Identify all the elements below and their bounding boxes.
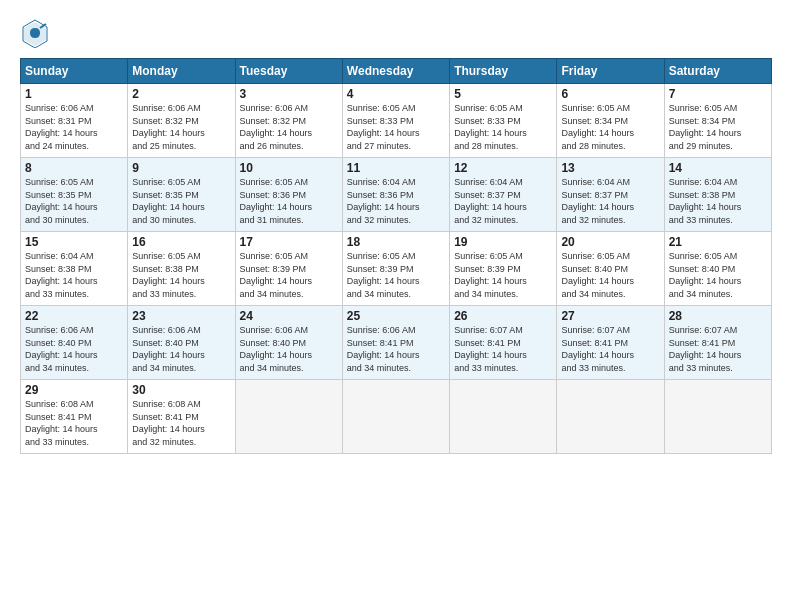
- day-info: Sunrise: 6:06 AM Sunset: 8:41 PM Dayligh…: [347, 324, 445, 374]
- day-cell: 27Sunrise: 6:07 AM Sunset: 8:41 PM Dayli…: [557, 306, 664, 380]
- day-number: 20: [561, 235, 659, 249]
- day-number: 16: [132, 235, 230, 249]
- calendar-table: SundayMondayTuesdayWednesdayThursdayFrid…: [20, 58, 772, 454]
- day-info: Sunrise: 6:07 AM Sunset: 8:41 PM Dayligh…: [669, 324, 767, 374]
- day-number: 3: [240, 87, 338, 101]
- day-cell: [557, 380, 664, 454]
- day-info: Sunrise: 6:05 AM Sunset: 8:39 PM Dayligh…: [347, 250, 445, 300]
- day-number: 5: [454, 87, 552, 101]
- day-cell: 24Sunrise: 6:06 AM Sunset: 8:40 PM Dayli…: [235, 306, 342, 380]
- day-number: 22: [25, 309, 123, 323]
- weekday-thursday: Thursday: [450, 59, 557, 84]
- day-info: Sunrise: 6:05 AM Sunset: 8:35 PM Dayligh…: [132, 176, 230, 226]
- day-info: Sunrise: 6:05 AM Sunset: 8:38 PM Dayligh…: [132, 250, 230, 300]
- day-info: Sunrise: 6:05 AM Sunset: 8:39 PM Dayligh…: [240, 250, 338, 300]
- header: [20, 18, 772, 48]
- day-cell: 5Sunrise: 6:05 AM Sunset: 8:33 PM Daylig…: [450, 84, 557, 158]
- day-info: Sunrise: 6:04 AM Sunset: 8:37 PM Dayligh…: [454, 176, 552, 226]
- day-number: 8: [25, 161, 123, 175]
- day-cell: 10Sunrise: 6:05 AM Sunset: 8:36 PM Dayli…: [235, 158, 342, 232]
- day-cell: 18Sunrise: 6:05 AM Sunset: 8:39 PM Dayli…: [342, 232, 449, 306]
- day-cell: 25Sunrise: 6:06 AM Sunset: 8:41 PM Dayli…: [342, 306, 449, 380]
- day-cell: 22Sunrise: 6:06 AM Sunset: 8:40 PM Dayli…: [21, 306, 128, 380]
- day-info: Sunrise: 6:08 AM Sunset: 8:41 PM Dayligh…: [25, 398, 123, 448]
- day-number: 11: [347, 161, 445, 175]
- page: SundayMondayTuesdayWednesdayThursdayFrid…: [0, 0, 792, 612]
- day-info: Sunrise: 6:06 AM Sunset: 8:31 PM Dayligh…: [25, 102, 123, 152]
- day-info: Sunrise: 6:05 AM Sunset: 8:40 PM Dayligh…: [669, 250, 767, 300]
- weekday-wednesday: Wednesday: [342, 59, 449, 84]
- day-cell: 21Sunrise: 6:05 AM Sunset: 8:40 PM Dayli…: [664, 232, 771, 306]
- day-info: Sunrise: 6:05 AM Sunset: 8:39 PM Dayligh…: [454, 250, 552, 300]
- week-row-3: 15Sunrise: 6:04 AM Sunset: 8:38 PM Dayli…: [21, 232, 772, 306]
- day-info: Sunrise: 6:06 AM Sunset: 8:40 PM Dayligh…: [25, 324, 123, 374]
- day-number: 18: [347, 235, 445, 249]
- day-number: 19: [454, 235, 552, 249]
- day-number: 9: [132, 161, 230, 175]
- day-info: Sunrise: 6:06 AM Sunset: 8:40 PM Dayligh…: [240, 324, 338, 374]
- day-info: Sunrise: 6:08 AM Sunset: 8:41 PM Dayligh…: [132, 398, 230, 448]
- day-number: 26: [454, 309, 552, 323]
- day-number: 29: [25, 383, 123, 397]
- day-cell: 12Sunrise: 6:04 AM Sunset: 8:37 PM Dayli…: [450, 158, 557, 232]
- day-info: Sunrise: 6:05 AM Sunset: 8:34 PM Dayligh…: [561, 102, 659, 152]
- day-info: Sunrise: 6:05 AM Sunset: 8:33 PM Dayligh…: [454, 102, 552, 152]
- weekday-monday: Monday: [128, 59, 235, 84]
- day-cell: [450, 380, 557, 454]
- day-info: Sunrise: 6:06 AM Sunset: 8:32 PM Dayligh…: [132, 102, 230, 152]
- day-info: Sunrise: 6:06 AM Sunset: 8:40 PM Dayligh…: [132, 324, 230, 374]
- day-cell: 6Sunrise: 6:05 AM Sunset: 8:34 PM Daylig…: [557, 84, 664, 158]
- day-info: Sunrise: 6:05 AM Sunset: 8:40 PM Dayligh…: [561, 250, 659, 300]
- weekday-header: SundayMondayTuesdayWednesdayThursdayFrid…: [21, 59, 772, 84]
- day-number: 27: [561, 309, 659, 323]
- day-cell: 30Sunrise: 6:08 AM Sunset: 8:41 PM Dayli…: [128, 380, 235, 454]
- day-cell: 28Sunrise: 6:07 AM Sunset: 8:41 PM Dayli…: [664, 306, 771, 380]
- day-cell: 2Sunrise: 6:06 AM Sunset: 8:32 PM Daylig…: [128, 84, 235, 158]
- logo-icon: [20, 18, 50, 48]
- day-cell: 8Sunrise: 6:05 AM Sunset: 8:35 PM Daylig…: [21, 158, 128, 232]
- day-number: 23: [132, 309, 230, 323]
- day-cell: 19Sunrise: 6:05 AM Sunset: 8:39 PM Dayli…: [450, 232, 557, 306]
- day-info: Sunrise: 6:07 AM Sunset: 8:41 PM Dayligh…: [454, 324, 552, 374]
- logo: [20, 18, 54, 48]
- day-number: 25: [347, 309, 445, 323]
- day-number: 6: [561, 87, 659, 101]
- day-number: 28: [669, 309, 767, 323]
- day-cell: 23Sunrise: 6:06 AM Sunset: 8:40 PM Dayli…: [128, 306, 235, 380]
- week-row-2: 8Sunrise: 6:05 AM Sunset: 8:35 PM Daylig…: [21, 158, 772, 232]
- day-cell: 16Sunrise: 6:05 AM Sunset: 8:38 PM Dayli…: [128, 232, 235, 306]
- day-number: 7: [669, 87, 767, 101]
- day-number: 2: [132, 87, 230, 101]
- day-cell: 15Sunrise: 6:04 AM Sunset: 8:38 PM Dayli…: [21, 232, 128, 306]
- day-cell: 26Sunrise: 6:07 AM Sunset: 8:41 PM Dayli…: [450, 306, 557, 380]
- day-info: Sunrise: 6:04 AM Sunset: 8:38 PM Dayligh…: [669, 176, 767, 226]
- weekday-friday: Friday: [557, 59, 664, 84]
- day-cell: 11Sunrise: 6:04 AM Sunset: 8:36 PM Dayli…: [342, 158, 449, 232]
- day-number: 21: [669, 235, 767, 249]
- week-row-1: 1Sunrise: 6:06 AM Sunset: 8:31 PM Daylig…: [21, 84, 772, 158]
- week-row-4: 22Sunrise: 6:06 AM Sunset: 8:40 PM Dayli…: [21, 306, 772, 380]
- day-cell: 14Sunrise: 6:04 AM Sunset: 8:38 PM Dayli…: [664, 158, 771, 232]
- day-cell: 4Sunrise: 6:05 AM Sunset: 8:33 PM Daylig…: [342, 84, 449, 158]
- day-cell: [235, 380, 342, 454]
- day-cell: [342, 380, 449, 454]
- day-number: 24: [240, 309, 338, 323]
- weekday-tuesday: Tuesday: [235, 59, 342, 84]
- day-number: 1: [25, 87, 123, 101]
- day-info: Sunrise: 6:04 AM Sunset: 8:37 PM Dayligh…: [561, 176, 659, 226]
- day-info: Sunrise: 6:04 AM Sunset: 8:36 PM Dayligh…: [347, 176, 445, 226]
- day-cell: [664, 380, 771, 454]
- day-info: Sunrise: 6:05 AM Sunset: 8:33 PM Dayligh…: [347, 102, 445, 152]
- day-cell: 1Sunrise: 6:06 AM Sunset: 8:31 PM Daylig…: [21, 84, 128, 158]
- day-info: Sunrise: 6:05 AM Sunset: 8:35 PM Dayligh…: [25, 176, 123, 226]
- weekday-sunday: Sunday: [21, 59, 128, 84]
- weekday-saturday: Saturday: [664, 59, 771, 84]
- day-number: 17: [240, 235, 338, 249]
- week-row-5: 29Sunrise: 6:08 AM Sunset: 8:41 PM Dayli…: [21, 380, 772, 454]
- day-number: 10: [240, 161, 338, 175]
- day-cell: 13Sunrise: 6:04 AM Sunset: 8:37 PM Dayli…: [557, 158, 664, 232]
- day-cell: 17Sunrise: 6:05 AM Sunset: 8:39 PM Dayli…: [235, 232, 342, 306]
- day-cell: 3Sunrise: 6:06 AM Sunset: 8:32 PM Daylig…: [235, 84, 342, 158]
- day-number: 15: [25, 235, 123, 249]
- day-info: Sunrise: 6:04 AM Sunset: 8:38 PM Dayligh…: [25, 250, 123, 300]
